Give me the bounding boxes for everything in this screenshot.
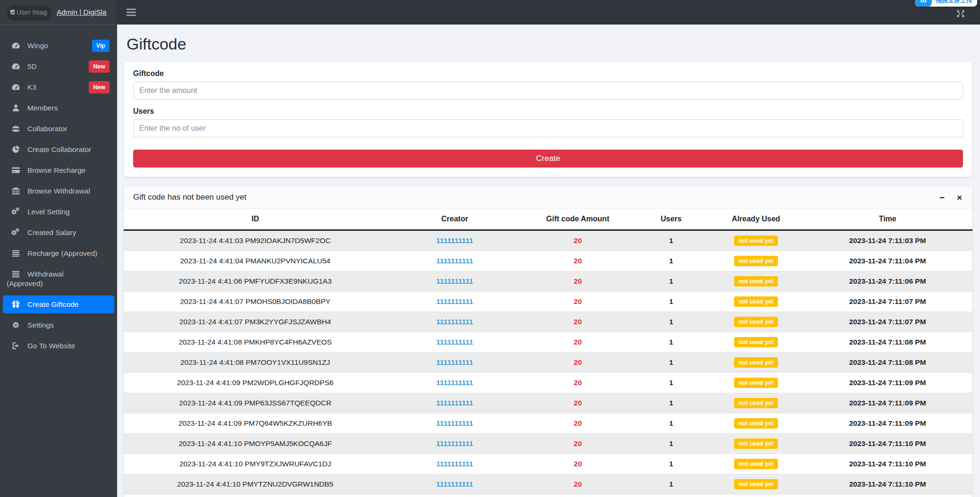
table-row: 2023-11-24 4:41:08 PM7OOY1VX11U9SN1ZJ 11… bbox=[124, 353, 972, 373]
giftcode-id-cell: 2023-11-24 4:41:10 PMYTZNU2DVGRW1NDB5 bbox=[124, 474, 387, 495]
page-title: Giftcode bbox=[127, 35, 972, 53]
users-cell: 1 bbox=[633, 312, 710, 332]
gift-icon bbox=[11, 300, 22, 309]
amount-cell: 20 bbox=[523, 353, 633, 373]
sidebar-item-go-to-website[interactable]: Go To Website bbox=[3, 337, 114, 355]
giftcode-id-cell: 2023-11-24 7:36:04 PM2HUM2YUDW1SM0WBF bbox=[124, 495, 387, 497]
sidebar-item-withdrawal-approved[interactable]: Withdrawal (Approved) bbox=[3, 265, 114, 293]
users-cell: 1 bbox=[633, 251, 710, 271]
sidebar-item-create-collaborator[interactable]: Create Collaborator bbox=[3, 141, 114, 159]
creator-link[interactable]: 1111111111 bbox=[387, 474, 523, 495]
infinity-icon: ∞ bbox=[915, 0, 932, 7]
creator-link[interactable]: 1111111111 bbox=[387, 373, 523, 393]
amount-cell: 20 bbox=[523, 495, 633, 497]
time-cell: 2023-11-24 7:11:06 PM bbox=[803, 271, 972, 292]
credit-card-icon bbox=[11, 166, 22, 175]
sidebar-item-settings[interactable]: Settings bbox=[3, 316, 114, 334]
status-badge: not used yet bbox=[734, 459, 778, 469]
table-row: 2023-11-24 4:41:10 PMYTZNU2DVGRW1NDB5 11… bbox=[124, 474, 972, 495]
time-cell: 2023-11-24 7:11:08 PM bbox=[803, 353, 972, 373]
list-icon bbox=[11, 249, 22, 258]
amount-cell: 20 bbox=[523, 434, 633, 454]
table-row: 2023-11-24 4:41:07 PMOHS0BJOIDA8B0BPY 11… bbox=[124, 292, 972, 312]
creator-link[interactable]: 1111111111 bbox=[387, 230, 523, 251]
minimize-button[interactable]: − bbox=[939, 193, 945, 202]
gear-icon bbox=[11, 320, 22, 329]
creator-link[interactable]: 1111111111 bbox=[387, 332, 523, 353]
creator-link[interactable]: 1111111111 bbox=[387, 454, 523, 474]
status-cell: not used yet bbox=[710, 393, 803, 413]
status-cell: not used yet bbox=[710, 292, 803, 312]
status-badge: not used yet bbox=[734, 337, 778, 347]
sidebar-toggle-button[interactable] bbox=[127, 8, 136, 16]
creator-link[interactable]: 1111111111 bbox=[387, 434, 523, 454]
creator-link[interactable]: 1111111111 bbox=[387, 312, 523, 332]
sidebar-item-k3[interactable]: K3 New bbox=[3, 78, 114, 96]
creator-link[interactable]: 1111111111 bbox=[387, 292, 523, 312]
giftcode-label: Giftcode bbox=[133, 69, 963, 78]
cogs-icon bbox=[11, 207, 22, 216]
table-card-header: Gift code has not been used yet − × bbox=[124, 186, 972, 209]
users-cell: 1 bbox=[633, 454, 710, 474]
time-cell: 2023-11-24 10:06:04 PM bbox=[803, 495, 972, 497]
status-badge: not used yet bbox=[734, 296, 778, 307]
sidebar-item-browse-withdrawal[interactable]: Browse Withdrawal bbox=[3, 182, 114, 200]
upload-overlay-widget[interactable]: ∞ 拖拽全屏上传 bbox=[915, 0, 977, 7]
creator-link[interactable]: 1111111111 bbox=[387, 271, 523, 292]
giftcode-id-cell: 2023-11-24 4:41:09 PM7Q64W5KZKZURH6YB bbox=[124, 413, 387, 434]
sidebar-item-level-setting[interactable]: Level Setting bbox=[3, 203, 114, 221]
amount-cell: 20 bbox=[523, 332, 633, 353]
creator-link[interactable]: 1111111111 bbox=[387, 251, 523, 271]
giftcode-id-cell: 2023-11-24 4:41:08 PM7OOY1VX11U9SN1ZJ bbox=[124, 353, 387, 373]
creator-link[interactable]: 1111111111 bbox=[387, 393, 523, 413]
status-badge: not used yet bbox=[734, 418, 778, 429]
giftcode-id-cell: 2023-11-24 4:41:09 PM2WDPLGHGFJQRDPS6 bbox=[124, 373, 387, 393]
time-cell: 2023-11-24 7:11:09 PM bbox=[803, 393, 972, 413]
bank-icon bbox=[11, 186, 22, 195]
table-row: 2023-11-24 4:41:10 PMY9TZXJWRUFAVC1DJ 11… bbox=[124, 454, 972, 474]
giftcode-id-cell: 2023-11-24 4:41:07 PMOHS0BJOIDA8B0BPY bbox=[124, 292, 387, 312]
amount-cell: 20 bbox=[523, 271, 633, 292]
fullscreen-icon[interactable] bbox=[955, 8, 966, 19]
time-cell: 2023-11-24 7:11:08 PM bbox=[803, 332, 972, 353]
gauge-icon bbox=[11, 62, 22, 71]
amount-cell: 20 bbox=[523, 474, 633, 495]
sidebar-item-created-salary[interactable]: Created Salary bbox=[3, 224, 114, 242]
sidebar: User Imag Admin | DigiSla Wingo Vip 5D N… bbox=[0, 0, 117, 497]
status-badge: not used yet bbox=[734, 256, 778, 266]
table-row: 2023-11-24 4:41:07 PM3K2YYGFJSJZAWBH4 11… bbox=[124, 312, 972, 332]
creator-link[interactable]: 1111111111 bbox=[387, 413, 523, 434]
sidebar-item-wingo[interactable]: Wingo Vip bbox=[3, 37, 114, 55]
users-count-input[interactable] bbox=[133, 119, 963, 137]
sidebar-item-collaborator[interactable]: Collaborator bbox=[3, 120, 114, 138]
status-cell: not used yet bbox=[710, 332, 803, 353]
sidebar-item-create-giftcode[interactable]: Create Giftcode bbox=[3, 295, 114, 313]
sidebar-item-members[interactable]: Members bbox=[3, 99, 114, 117]
admin-profile-link[interactable]: Admin | DigiSla bbox=[57, 8, 107, 17]
status-cell: not used yet bbox=[710, 495, 803, 497]
users-cell: 1 bbox=[633, 332, 710, 353]
users-cell: 1 bbox=[633, 373, 710, 393]
status-cell: not used yet bbox=[710, 251, 803, 271]
creator-link[interactable]: 1111111111 bbox=[387, 353, 523, 373]
create-button[interactable]: Create bbox=[133, 150, 963, 168]
amount-cell: 20 bbox=[523, 373, 633, 393]
users-icon bbox=[11, 124, 22, 133]
time-cell: 2023-11-24 7:11:03 PM bbox=[803, 230, 972, 251]
sidebar-item-browse-recharge[interactable]: Browse Recharge bbox=[3, 161, 114, 179]
status-cell: not used yet bbox=[710, 373, 803, 393]
creator-link[interactable]: 1111111111 bbox=[387, 495, 523, 497]
user-icon bbox=[11, 103, 22, 112]
users-cell: 1 bbox=[633, 434, 710, 454]
time-cell: 2023-11-24 7:11:10 PM bbox=[803, 474, 972, 495]
status-badge: not used yet bbox=[734, 479, 778, 489]
sidebar-item-recharge-approved[interactable]: Recharge (Approved) bbox=[3, 244, 114, 262]
status-badge: not used yet bbox=[734, 378, 778, 388]
close-button[interactable]: × bbox=[957, 193, 962, 202]
cogs-icon bbox=[11, 228, 22, 237]
amount-cell: 20 bbox=[523, 251, 633, 271]
sidebar-item-5d[interactable]: 5D New bbox=[3, 58, 114, 76]
giftcode-id-cell: 2023-11-24 4:41:06 PMFYUDFX3E9NKUG1A3 bbox=[124, 271, 387, 292]
giftcode-amount-input[interactable] bbox=[133, 82, 963, 100]
giftcode-table-card: Gift code has not been used yet − × ID C… bbox=[124, 186, 972, 497]
